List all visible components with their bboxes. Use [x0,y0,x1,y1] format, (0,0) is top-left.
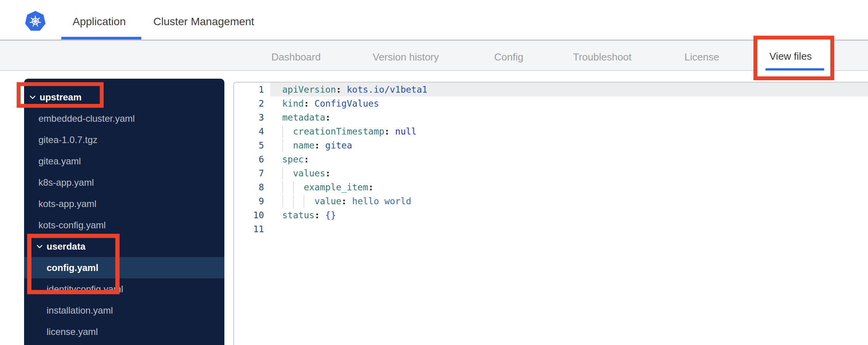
indent-guide [293,195,294,207]
code-text: status: {} [270,208,868,222]
nav-item-config[interactable]: Config [494,51,523,63]
tree-file-config.yaml[interactable]: config.yaml [24,257,224,278]
tab-cluster-management[interactable]: Cluster Management [153,16,254,28]
tree-item-label: config.yaml [47,262,98,273]
tree-item-label: identityconfig.yaml [47,284,123,295]
indent-guide [282,195,283,207]
code-text: kind: ConfigValues [270,97,868,110]
chevron-down-icon [29,94,36,100]
code-line-11: 11 [234,222,868,236]
indent-guide [304,195,304,207]
code-line-6: 6spec: [234,152,868,166]
code-line-3: 3metadata: [234,110,868,124]
line-number: 1 [234,83,270,97]
tree-item-label: gitea.yaml [38,156,81,167]
nav-item-version-history[interactable]: Version history [373,51,439,63]
tree-file-embedded-cluster.yaml[interactable]: embedded-cluster.yaml [24,108,224,129]
tree-folder-userdata[interactable]: userdata [24,236,224,257]
line-number: 4 [234,124,270,138]
line-number: 8 [234,180,270,194]
code-line-4: 4 creationTimestamp: null [234,124,868,138]
line-number: 10 [234,208,270,222]
line-number: 11 [234,222,270,236]
line-number: 7 [234,166,270,180]
tree-item-label: embedded-cluster.yaml [38,113,135,124]
indent-guide [282,181,283,193]
chevron-down-icon [36,243,43,250]
tree-item-label: kots-app.yaml [38,198,96,209]
code-line-1: 1apiVersion: kots.io/v1beta1 [234,83,868,97]
line-number: 6 [234,152,270,166]
code-text: spec: [270,152,868,166]
top-bar: Application Cluster Management [0,0,868,41]
code-line-2: 2kind: ConfigValues [234,97,868,110]
tree-file-installation.yaml[interactable]: installation.yaml [24,300,224,321]
code-lines: 1apiVersion: kots.io/v1beta12kind: Confi… [234,83,868,236]
tree-file-kots-config.yaml[interactable]: kots-config.yaml [24,214,224,236]
app-nav-bar: Dashboard Version history Config Trouble… [0,41,868,71]
tree-item-label: license.yaml [47,326,98,337]
code-text: metadata: [270,110,868,124]
code-line-9: 9 value: hello world [234,194,868,208]
code-line-5: 5 name: gitea [234,138,868,152]
code-text: example_item: [270,180,868,194]
annotation-box-view-files: View files [753,36,834,80]
line-number: 2 [234,97,270,110]
code-text: creationTimestamp: null [270,124,868,138]
indent-guide [282,139,283,152]
line-number: 5 [234,138,270,152]
nav-item-view-files[interactable]: View files [769,50,812,62]
indent-guide [293,181,294,193]
tree-file-gitea-1.0.7.tgz[interactable]: gitea-1.0.7.tgz [24,129,224,150]
active-nav-underline [766,68,824,71]
code-line-7: 7 values: [234,166,868,180]
indent-guide [282,167,283,179]
nav-item-dashboard[interactable]: Dashboard [271,51,321,63]
tree-folder-upstream[interactable]: upstream [24,86,224,108]
chevron-down-icon [36,243,43,250]
tree-file-kots-app.yaml[interactable]: kots-app.yaml [24,193,224,214]
code-line-8: 8 example_item: [234,180,868,194]
file-tree-sidebar: upstreamembedded-cluster.yamlgitea-1.0.7… [24,79,224,345]
tree-file-gitea.yaml[interactable]: gitea.yaml [24,150,224,172]
tree-file-k8s-app.yaml[interactable]: k8s-app.yaml [24,172,224,193]
active-tab-underline [61,37,141,40]
code-line-10: 10status: {} [234,208,868,222]
kubernetes-logo-icon [25,10,45,33]
tab-application[interactable]: Application [73,16,126,28]
tree-item-label: k8s-app.yaml [38,177,94,188]
tree-item-label: upstream [40,92,82,103]
tree-item-label: installation.yaml [47,305,113,316]
tree-item-label: kots-config.yaml [38,220,106,231]
tree-item-label: gitea-1.0.7.tgz [38,135,97,145]
code-text: values: [270,166,868,180]
line-number: 3 [234,110,270,124]
indent-guide [282,125,283,138]
file-content-editor[interactable]: 1apiVersion: kots.io/v1beta12kind: Confi… [233,82,868,345]
code-text: name: gitea [270,138,868,152]
file-tree: upstreamembedded-cluster.yamlgitea-1.0.7… [24,86,224,342]
code-text: apiVersion: kots.io/v1beta1 [270,83,868,97]
code-text [270,222,868,236]
nav-item-license[interactable]: License [684,51,719,63]
code-text: value: hello world [270,194,868,208]
tree-file-license.yaml[interactable]: license.yaml [24,321,224,342]
line-number: 9 [234,194,270,208]
kots-admin-console: Application Cluster Management Dashboard… [0,0,868,345]
nav-item-troubleshoot[interactable]: Troubleshoot [573,51,632,63]
tree-file-identityconfig.yaml[interactable]: identityconfig.yaml [24,278,224,300]
chevron-down-icon [29,94,36,100]
tree-item-label: userdata [47,241,85,252]
